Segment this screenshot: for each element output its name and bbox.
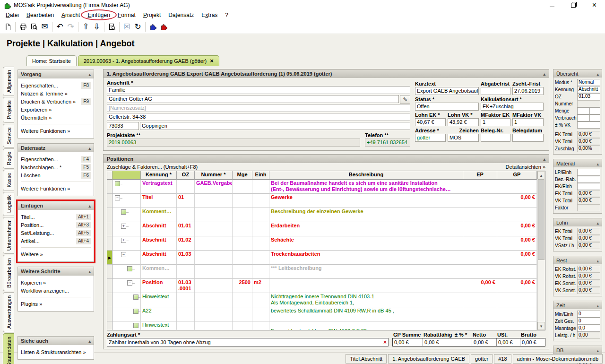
clear-zahlungsart-icon[interactable] xyxy=(383,338,387,346)
stat-field-second-half[interactable] xyxy=(589,108,599,114)
stats-section-header[interactable]: Material xyxy=(553,159,602,167)
menu-item-datei[interactable]: Datei xyxy=(2,11,23,19)
new-document-icon[interactable] xyxy=(2,21,13,32)
column-header-oz[interactable]: OZ xyxy=(177,171,195,180)
column-header-mge[interactable]: Mge xyxy=(233,171,252,180)
row-selector-cell[interactable] xyxy=(107,251,112,265)
stat-field-lp-einh[interactable] xyxy=(577,169,600,176)
collapse-arrow-icon[interactable] xyxy=(596,71,599,77)
namenszusatz-field[interactable]: [Namenszusatz] xyxy=(107,104,410,112)
menu-item-extras[interactable]: Extras xyxy=(198,11,221,19)
stat-field-manntage[interactable]: 0,0 xyxy=(577,325,600,332)
belegdatum-field[interactable] xyxy=(512,134,544,142)
form-panel-header[interactable]: 1. Angebotsaufforderung GAEB Export GAEB… xyxy=(104,69,549,78)
vertical-tab-auswertungen[interactable]: Auswertungen xyxy=(3,292,14,332)
plugin-red-icon[interactable] xyxy=(158,21,169,32)
sidebar-link-artikel[interactable]: Artikel...Alt+4 xyxy=(21,237,91,245)
menu-item-item[interactable]: ? xyxy=(221,11,232,19)
city-field[interactable]: Göppingen xyxy=(140,122,410,130)
print-icon[interactable] xyxy=(17,21,28,32)
abgabefrist-field[interactable] xyxy=(481,87,510,95)
collapse-arrow-icon[interactable] xyxy=(543,156,545,162)
scrollbar-track[interactable] xyxy=(537,179,545,322)
menu-item-einfuegen[interactable]: Einfügen xyxy=(84,11,113,19)
sidebar-link-weitere-funktionen[interactable]: Weitere Funktionen » xyxy=(21,124,91,135)
adresse-field[interactable]: götter xyxy=(415,134,446,142)
signature-button[interactable] xyxy=(400,95,410,104)
tab-close-icon[interactable] xyxy=(210,57,214,64)
vertical-tab-logistik[interactable]: Logistik xyxy=(3,192,14,216)
close-button[interactable] xyxy=(584,0,605,10)
stat-field-kennung[interactable]: Abschnitt xyxy=(577,86,600,93)
position-row[interactable]: Abschnitt01.02Schächte0,00 € xyxy=(107,236,537,251)
row-selector-cell[interactable] xyxy=(107,265,112,279)
collapse-arrow-icon[interactable] xyxy=(88,71,91,77)
section-header[interactable]: Vorgang xyxy=(18,70,94,78)
brutto-field[interactable]: 0,00 € xyxy=(520,338,545,346)
row-selector-cell[interactable] xyxy=(107,236,112,251)
sidebar-link-set-leistung[interactable]: Set/Leistung...Alt+5 xyxy=(21,229,91,237)
mfaktor-vk-field[interactable]: 1 xyxy=(512,118,544,126)
scroll-down-icon[interactable] xyxy=(537,322,545,330)
collapse-arrow-icon[interactable] xyxy=(543,71,545,77)
stat-field-oz[interactable]: 01.03 xyxy=(577,93,600,100)
stats-section-header[interactable]: DB xyxy=(553,346,602,354)
sidebar-link-drucken-verbuchen[interactable]: Drucken & Verbuchen »F9 xyxy=(21,97,91,105)
position-row[interactable]: Abschnitt01.03Trockenbauarbeiten0,00 € xyxy=(107,251,537,265)
stat-field-menge[interactable] xyxy=(577,107,600,114)
sidebar-link-workflow-anzeigen[interactable]: Workflow anzeigen... xyxy=(21,286,91,295)
refresh-icon[interactable]: ↻ xyxy=(132,21,143,32)
row-selector-cell[interactable] xyxy=(107,293,112,307)
telefon-field[interactable]: +49 7161 832654 xyxy=(365,139,410,147)
tree-expander-icon[interactable] xyxy=(115,195,120,200)
sidebar-link-weitere-funktionen[interactable]: Weitere Funktionen » xyxy=(21,182,91,192)
collapse-arrow-icon[interactable] xyxy=(596,303,599,308)
vertical-tab-bueroarbeiten[interactable]: Büroarbeiten xyxy=(3,255,14,291)
collapse-arrow-icon[interactable] xyxy=(596,347,599,353)
menu-item-format[interactable]: Format xyxy=(114,11,139,19)
kalkulationsart-field[interactable]: EK+Zuschlag xyxy=(481,103,544,111)
sidebar-link-kopieren[interactable]: Kopieren » xyxy=(21,278,91,286)
section-header[interactable]: Siehe auch xyxy=(18,337,94,345)
zschl-frist-field[interactable]: 27.06.2019 xyxy=(512,87,544,95)
collapse-arrow-icon[interactable] xyxy=(596,220,599,225)
row-selector-cell[interactable] xyxy=(107,279,112,293)
position-row[interactable]: Abschnitt01.01Erdarbeiten0,00 € xyxy=(107,222,537,236)
cancel-icon[interactable]: ☒ xyxy=(121,21,132,32)
column-header-kennung[interactable]: Kennung * xyxy=(141,171,177,180)
sidebar-link-exportieren[interactable]: Exportieren » xyxy=(21,105,91,113)
collapse-arrow-icon[interactable] xyxy=(88,203,91,208)
column-header-einh[interactable]: Einh xyxy=(252,171,269,180)
sidebar-link-loeschen[interactable]: LöschenF6 xyxy=(21,171,91,179)
tree-expander-icon[interactable] xyxy=(121,252,126,257)
ust-field[interactable]: 0,00 € xyxy=(497,338,520,346)
vertical-tab-projekte[interactable]: Projekte xyxy=(3,97,14,122)
tab-angebotsaufforderung[interactable]: 2019.00063 - 1. Angebotsaufforderung GAE… xyxy=(78,55,219,66)
stat-field-second-half[interactable] xyxy=(589,115,599,121)
detailansichten-link[interactable]: Detailansichten » xyxy=(506,164,545,170)
sidebar-link-plugins[interactable]: Plugins » xyxy=(21,297,91,308)
position-row[interactable]: Position01.03 .00012500m20,00 €0,00 € xyxy=(107,279,537,293)
plusminus-prozent-field[interactable] xyxy=(454,338,472,346)
collapse-arrow-icon[interactable] xyxy=(88,145,91,151)
collapse-arrow-icon[interactable] xyxy=(88,269,91,274)
position-row[interactable]: Hinweistext Feuerwiderstandsklasse DIN 4… xyxy=(107,321,537,330)
row-selector-cell[interactable] xyxy=(107,194,112,208)
menu-item-projekt[interactable]: Projekt xyxy=(139,11,164,19)
sidebar-link-nachschlagen[interactable]: Nachschlagen... *F5 xyxy=(21,163,91,171)
column-header-ep[interactable]: EP xyxy=(463,171,497,180)
stat-field-min-einh[interactable]: 0 xyxy=(577,311,600,318)
column-header-gp[interactable]: GP xyxy=(497,171,537,180)
print-preview-icon[interactable] xyxy=(28,21,39,32)
sidebar-link-eigenschaften[interactable]: Eigenschaften...F8 xyxy=(21,81,91,89)
tree-expander-icon[interactable] xyxy=(121,224,126,229)
vertical-tab-regie[interactable]: Regie xyxy=(3,148,14,169)
vertical-tab-allgemein[interactable]: Allgemein xyxy=(3,67,14,96)
menu-item-datensatz[interactable]: Datensatz xyxy=(164,11,198,19)
sidebar-link-uebermitteln[interactable]: Übermitteln » xyxy=(21,113,91,121)
stats-section-header[interactable]: Rest xyxy=(553,256,602,264)
positions-panel-header[interactable]: Positionen xyxy=(104,155,549,163)
mfaktor-ek-field[interactable]: 1 xyxy=(481,118,510,126)
row-selector-cell[interactable] xyxy=(107,180,112,194)
undo-icon[interactable]: ↶ xyxy=(54,21,65,32)
